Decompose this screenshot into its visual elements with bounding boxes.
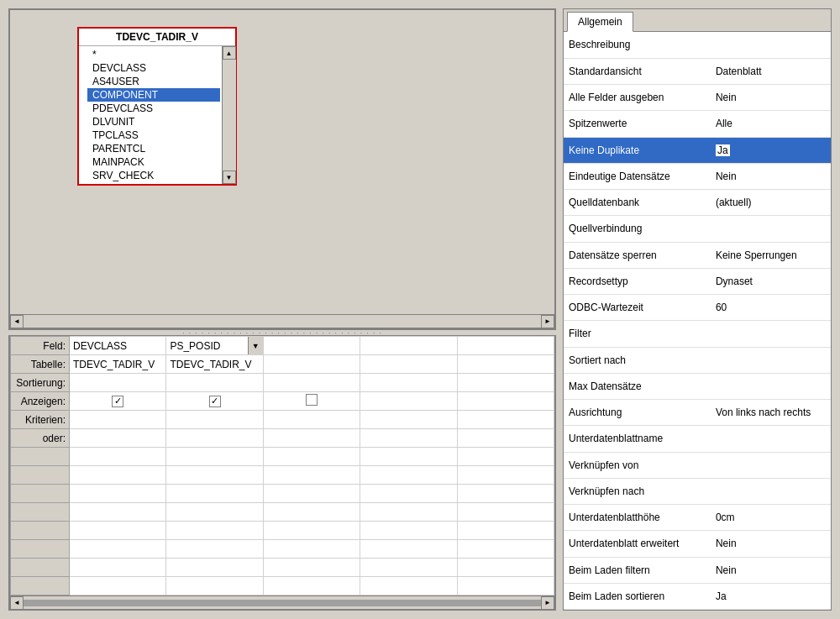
- query-cell[interactable]: [166, 411, 263, 429]
- query-cell[interactable]: [360, 337, 457, 355]
- query-cell[interactable]: [263, 411, 360, 429]
- query-cell[interactable]: [360, 429, 457, 448]
- query-cell[interactable]: [70, 374, 166, 392]
- field-item[interactable]: SRV_CHECK: [87, 169, 220, 182]
- property-value[interactable]: 60: [711, 295, 831, 321]
- query-cell-empty[interactable]: [70, 448, 166, 466]
- query-cell[interactable]: [263, 374, 360, 392]
- property-value[interactable]: Ja: [711, 583, 831, 609]
- query-cell[interactable]: [263, 392, 360, 411]
- fields-scrollbar[interactable]: ▲ ▼: [222, 46, 235, 184]
- query-cell-empty[interactable]: [263, 559, 360, 577]
- query-cell-empty[interactable]: [263, 485, 360, 503]
- query-cell-empty[interactable]: [166, 485, 263, 503]
- dropdown-btn[interactable]: ▼: [248, 337, 263, 354]
- query-cell[interactable]: [457, 392, 554, 411]
- field-item[interactable]: COMPONENT: [87, 88, 220, 102]
- property-value[interactable]: Nein: [711, 531, 831, 557]
- query-cell[interactable]: [263, 337, 360, 355]
- query-cell[interactable]: PS_POSID▼: [166, 337, 263, 355]
- tab-allgemein[interactable]: Allgemein: [567, 12, 633, 32]
- query-cell[interactable]: [166, 429, 263, 448]
- property-value[interactable]: Von links nach rechts: [711, 400, 831, 426]
- property-value[interactable]: [711, 452, 831, 478]
- query-cell[interactable]: [360, 374, 457, 392]
- query-cell-empty[interactable]: [360, 503, 457, 522]
- scroll-down-btn[interactable]: ▼: [223, 170, 236, 184]
- field-item[interactable]: TPCLASS: [87, 129, 220, 142]
- property-value[interactable]: Nein: [711, 85, 831, 111]
- query-cell[interactable]: [166, 374, 263, 392]
- property-value[interactable]: [711, 216, 831, 242]
- h-scroll-right-btn[interactable]: ►: [541, 315, 554, 328]
- query-cell-empty[interactable]: [263, 448, 360, 466]
- field-item[interactable]: DEVCLASS: [87, 61, 220, 75]
- query-cell[interactable]: [166, 392, 263, 411]
- query-cell[interactable]: [263, 355, 360, 374]
- query-cell-empty[interactable]: [457, 448, 554, 466]
- query-cell-empty[interactable]: [360, 485, 457, 503]
- query-cell[interactable]: TDEVC_TADIR_V: [70, 355, 166, 374]
- query-cell[interactable]: [263, 429, 360, 448]
- field-item[interactable]: AS4USER: [87, 75, 220, 88]
- query-cell-empty[interactable]: [166, 466, 263, 485]
- query-cell-empty[interactable]: [457, 522, 554, 540]
- query-cell-empty[interactable]: [360, 540, 457, 559]
- query-cell-empty[interactable]: [166, 540, 263, 559]
- property-value[interactable]: (aktuell): [711, 190, 831, 216]
- query-cell[interactable]: [70, 392, 166, 411]
- query-cell-empty[interactable]: [360, 522, 457, 540]
- query-cell-empty[interactable]: [457, 540, 554, 559]
- grid-h-scrollbar[interactable]: ◄ ►: [10, 595, 554, 609]
- checkbox[interactable]: [306, 394, 318, 406]
- query-cell[interactable]: DEVCLASS: [70, 337, 166, 355]
- query-cell[interactable]: [70, 411, 166, 429]
- scroll-up-btn[interactable]: ▲: [223, 46, 236, 60]
- property-value[interactable]: [711, 426, 831, 452]
- field-item[interactable]: PARENTCL: [87, 142, 220, 155]
- property-value[interactable]: Alle: [711, 111, 831, 137]
- query-cell[interactable]: [457, 411, 554, 429]
- property-value[interactable]: [711, 321, 831, 347]
- field-item[interactable]: DLVUNIT: [87, 115, 220, 129]
- query-cell-empty[interactable]: [457, 577, 554, 595]
- query-cell-empty[interactable]: [70, 466, 166, 485]
- query-cell-empty[interactable]: [263, 522, 360, 540]
- query-cell-empty[interactable]: [360, 577, 457, 595]
- query-cell-empty[interactable]: [70, 540, 166, 559]
- field-item[interactable]: MAINPACK: [87, 155, 220, 169]
- property-value[interactable]: Dynaset: [711, 268, 831, 294]
- property-value[interactable]: [711, 347, 831, 373]
- query-cell-empty[interactable]: [70, 577, 166, 595]
- query-cell[interactable]: [360, 355, 457, 374]
- field-item[interactable]: *: [87, 48, 220, 61]
- property-value[interactable]: [711, 373, 831, 399]
- query-cell-empty[interactable]: [166, 503, 263, 522]
- query-cell-empty[interactable]: [263, 503, 360, 522]
- query-cell-empty[interactable]: [360, 559, 457, 577]
- checkbox[interactable]: [112, 396, 123, 407]
- property-value[interactable]: 0cm: [711, 505, 831, 531]
- query-cell[interactable]: [457, 374, 554, 392]
- query-cell-empty[interactable]: [360, 466, 457, 485]
- query-cell-empty[interactable]: [70, 503, 166, 522]
- query-cell-empty[interactable]: [360, 448, 457, 466]
- query-cell[interactable]: TDEVC_TADIR_V: [166, 355, 263, 374]
- query-cell-empty[interactable]: [457, 466, 554, 485]
- resize-handle[interactable]: · · · · · · · · · · · · · · · · · · · · …: [8, 329, 556, 336]
- checkbox[interactable]: [209, 396, 221, 407]
- query-cell[interactable]: [457, 337, 554, 355]
- query-cell-empty[interactable]: [70, 559, 166, 577]
- designer-h-scrollbar[interactable]: ◄ ►: [10, 314, 554, 328]
- query-cell-empty[interactable]: [263, 540, 360, 559]
- property-value[interactable]: [711, 32, 831, 58]
- query-cell-empty[interactable]: [166, 559, 263, 577]
- grid-h-left-btn[interactable]: ◄: [10, 596, 24, 610]
- query-cell-empty[interactable]: [70, 485, 166, 503]
- query-cell[interactable]: [360, 392, 457, 411]
- query-cell[interactable]: [457, 429, 554, 448]
- query-cell-empty[interactable]: [166, 448, 263, 466]
- property-value[interactable]: Ja: [711, 137, 831, 163]
- query-cell-empty[interactable]: [457, 559, 554, 577]
- query-cell-empty[interactable]: [166, 577, 263, 595]
